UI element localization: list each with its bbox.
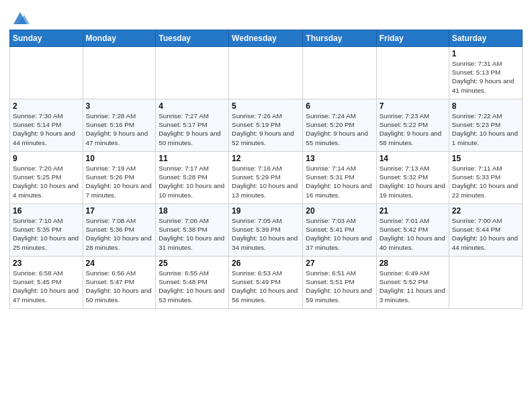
day-number: 3 <box>86 101 153 111</box>
day-info: Sunrise: 6:55 AM Sunset: 5:48 PM Dayligh… <box>159 269 226 304</box>
day-number: 5 <box>232 101 300 111</box>
day-number: 8 <box>452 101 519 111</box>
day-info: Sunrise: 6:49 AM Sunset: 5:52 PM Dayligh… <box>380 269 446 304</box>
day-info: Sunrise: 7:23 AM Sunset: 5:22 PM Dayligh… <box>380 111 446 147</box>
day-number: 26 <box>232 259 300 268</box>
calendar-cell: 23Sunrise: 6:58 AM Sunset: 5:45 PM Dayli… <box>10 257 83 309</box>
logo-icon <box>11 9 30 28</box>
weekday-header-monday: Monday <box>83 30 156 47</box>
day-info: Sunrise: 7:11 AM Sunset: 5:33 PM Dayligh… <box>452 164 519 199</box>
calendar-cell: 15Sunrise: 7:11 AM Sunset: 5:33 PM Dayli… <box>449 152 522 204</box>
day-number: 24 <box>86 259 153 268</box>
calendar-cell: 13Sunrise: 7:14 AM Sunset: 5:31 PM Dayli… <box>303 152 376 204</box>
day-info: Sunrise: 7:14 AM Sunset: 5:31 PM Dayligh… <box>306 164 373 199</box>
calendar-cell <box>229 47 303 99</box>
calendar-cell <box>10 47 83 99</box>
week-row-2: 2Sunrise: 7:30 AM Sunset: 5:14 PM Daylig… <box>10 99 523 152</box>
calendar-cell: 6Sunrise: 7:24 AM Sunset: 5:20 PM Daylig… <box>303 99 376 152</box>
day-number: 11 <box>159 154 226 163</box>
day-info: Sunrise: 7:24 AM Sunset: 5:20 PM Dayligh… <box>306 111 373 147</box>
calendar-cell: 7Sunrise: 7:23 AM Sunset: 5:22 PM Daylig… <box>376 99 449 152</box>
calendar-cell: 12Sunrise: 7:16 AM Sunset: 5:29 PM Dayli… <box>229 152 303 204</box>
week-row-3: 9Sunrise: 7:20 AM Sunset: 5:25 PM Daylig… <box>10 152 523 204</box>
day-number: 12 <box>232 154 300 163</box>
day-number: 20 <box>306 206 373 216</box>
day-number: 9 <box>13 154 80 163</box>
day-number: 25 <box>159 259 226 268</box>
weekday-header-saturday: Saturday <box>449 30 522 47</box>
day-info: Sunrise: 7:26 AM Sunset: 5:19 PM Dayligh… <box>232 111 300 147</box>
day-number: 23 <box>13 259 80 268</box>
day-number: 16 <box>13 206 80 216</box>
week-row-4: 16Sunrise: 7:10 AM Sunset: 5:35 PM Dayli… <box>10 204 523 257</box>
day-number: 13 <box>306 154 373 163</box>
calendar-cell: 25Sunrise: 6:55 AM Sunset: 5:48 PM Dayli… <box>156 257 229 309</box>
calendar-cell: 20Sunrise: 7:03 AM Sunset: 5:41 PM Dayli… <box>303 204 376 257</box>
day-number: 1 <box>452 49 519 58</box>
header <box>9 7 523 26</box>
day-number: 10 <box>86 154 153 163</box>
day-info: Sunrise: 7:08 AM Sunset: 5:36 PM Dayligh… <box>86 216 153 252</box>
day-number: 17 <box>86 206 153 216</box>
day-info: Sunrise: 7:10 AM Sunset: 5:35 PM Dayligh… <box>13 216 80 252</box>
page: SundayMondayTuesdayWednesdayThursdayFrid… <box>0 0 532 411</box>
day-info: Sunrise: 7:17 AM Sunset: 5:28 PM Dayligh… <box>159 164 226 199</box>
calendar-cell: 17Sunrise: 7:08 AM Sunset: 5:36 PM Dayli… <box>83 204 156 257</box>
day-number: 21 <box>380 206 446 216</box>
day-number: 4 <box>159 101 226 111</box>
day-number: 2 <box>13 101 80 111</box>
day-info: Sunrise: 7:13 AM Sunset: 5:32 PM Dayligh… <box>380 164 446 199</box>
day-info: Sunrise: 7:30 AM Sunset: 5:14 PM Dayligh… <box>13 111 80 147</box>
day-number: 7 <box>380 101 446 111</box>
day-info: Sunrise: 7:03 AM Sunset: 5:41 PM Dayligh… <box>306 216 373 252</box>
calendar-cell: 2Sunrise: 7:30 AM Sunset: 5:14 PM Daylig… <box>10 99 83 152</box>
day-info: Sunrise: 7:27 AM Sunset: 5:17 PM Dayligh… <box>159 111 226 147</box>
calendar-cell <box>449 257 522 309</box>
day-info: Sunrise: 7:28 AM Sunset: 5:16 PM Dayligh… <box>86 111 153 147</box>
weekday-header-sunday: Sunday <box>10 30 83 47</box>
weekday-header-friday: Friday <box>376 30 449 47</box>
day-info: Sunrise: 7:19 AM Sunset: 5:26 PM Dayligh… <box>86 164 153 199</box>
calendar-cell: 24Sunrise: 6:56 AM Sunset: 5:47 PM Dayli… <box>83 257 156 309</box>
day-number: 22 <box>452 206 519 216</box>
calendar-cell: 27Sunrise: 6:51 AM Sunset: 5:51 PM Dayli… <box>303 257 376 309</box>
calendar-cell: 16Sunrise: 7:10 AM Sunset: 5:35 PM Dayli… <box>10 204 83 257</box>
day-info: Sunrise: 7:20 AM Sunset: 5:25 PM Dayligh… <box>13 164 80 199</box>
day-number: 6 <box>306 101 373 111</box>
day-info: Sunrise: 7:22 AM Sunset: 5:23 PM Dayligh… <box>452 111 519 147</box>
day-info: Sunrise: 7:00 AM Sunset: 5:44 PM Dayligh… <box>452 216 519 252</box>
calendar-cell <box>303 47 376 99</box>
day-info: Sunrise: 7:16 AM Sunset: 5:29 PM Dayligh… <box>232 164 300 199</box>
calendar: SundayMondayTuesdayWednesdayThursdayFrid… <box>9 30 523 309</box>
calendar-cell: 21Sunrise: 7:01 AM Sunset: 5:42 PM Dayli… <box>376 204 449 257</box>
day-info: Sunrise: 7:01 AM Sunset: 5:42 PM Dayligh… <box>380 216 446 252</box>
weekday-header-row: SundayMondayTuesdayWednesdayThursdayFrid… <box>10 30 523 47</box>
day-number: 14 <box>380 154 446 163</box>
day-info: Sunrise: 7:05 AM Sunset: 5:39 PM Dayligh… <box>232 216 300 252</box>
calendar-cell <box>376 47 449 99</box>
weekday-header-tuesday: Tuesday <box>156 30 229 47</box>
day-info: Sunrise: 6:53 AM Sunset: 5:49 PM Dayligh… <box>232 269 300 304</box>
day-number: 27 <box>306 259 373 268</box>
day-info: Sunrise: 7:06 AM Sunset: 5:38 PM Dayligh… <box>159 216 226 252</box>
day-info: Sunrise: 7:31 AM Sunset: 5:13 PM Dayligh… <box>452 59 519 95</box>
day-number: 15 <box>452 154 519 163</box>
calendar-cell: 10Sunrise: 7:19 AM Sunset: 5:26 PM Dayli… <box>83 152 156 204</box>
calendar-cell: 4Sunrise: 7:27 AM Sunset: 5:17 PM Daylig… <box>156 99 229 152</box>
day-info: Sunrise: 6:56 AM Sunset: 5:47 PM Dayligh… <box>86 269 153 304</box>
calendar-cell: 18Sunrise: 7:06 AM Sunset: 5:38 PM Dayli… <box>156 204 229 257</box>
day-info: Sunrise: 6:58 AM Sunset: 5:45 PM Dayligh… <box>13 269 80 304</box>
calendar-cell: 28Sunrise: 6:49 AM Sunset: 5:52 PM Dayli… <box>376 257 449 309</box>
week-row-1: 1Sunrise: 7:31 AM Sunset: 5:13 PM Daylig… <box>10 47 523 99</box>
calendar-cell <box>156 47 229 99</box>
logo <box>9 9 30 26</box>
day-number: 28 <box>380 259 446 268</box>
calendar-cell <box>83 47 156 99</box>
day-info: Sunrise: 6:51 AM Sunset: 5:51 PM Dayligh… <box>306 269 373 304</box>
calendar-cell: 19Sunrise: 7:05 AM Sunset: 5:39 PM Dayli… <box>229 204 303 257</box>
calendar-cell: 1Sunrise: 7:31 AM Sunset: 5:13 PM Daylig… <box>449 47 522 99</box>
day-number: 18 <box>159 206 226 216</box>
weekday-header-thursday: Thursday <box>303 30 376 47</box>
calendar-cell: 5Sunrise: 7:26 AM Sunset: 5:19 PM Daylig… <box>229 99 303 152</box>
calendar-cell: 26Sunrise: 6:53 AM Sunset: 5:49 PM Dayli… <box>229 257 303 309</box>
